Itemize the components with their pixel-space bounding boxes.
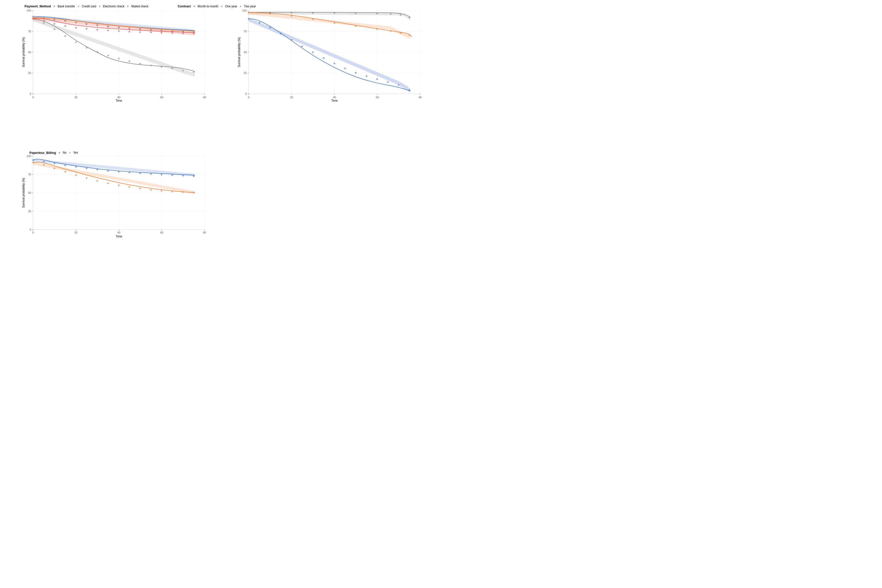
chart2-container: Survival probability (%) Time 0 25 50 75… [220, 8, 436, 150]
pm-mailed-icon: + [127, 4, 129, 8]
svg-text:50: 50 [28, 51, 31, 54]
chart1-y-label: Survival probability (%) [22, 37, 25, 68]
payment-method-legend: Payment_Method + Bank transfer + Credit … [24, 4, 148, 8]
chart1-area: Survival probability (%) Time 0 25 50 [24, 10, 213, 94]
svg-text:100: 100 [242, 9, 247, 12]
svg-text:20: 20 [75, 231, 77, 234]
c-one-label: One year [225, 4, 237, 8]
paperless-title: Paperless_Billing [29, 151, 56, 154]
chart2-svg: 0 25 50 75 100 0 20 40 60 80 [240, 10, 429, 94]
pm-bank-icon: + [53, 4, 56, 8]
svg-text:80: 80 [419, 96, 422, 99]
svg-text:75: 75 [28, 30, 31, 33]
pm-credit-label: Credit card [82, 4, 96, 8]
svg-text:50: 50 [244, 51, 247, 54]
svg-text:80: 80 [203, 231, 206, 234]
pm-credit-icon: + [78, 4, 80, 8]
svg-text:20: 20 [290, 96, 293, 99]
pm-electronic-icon: + [99, 4, 101, 8]
contract-legend: Contract + Month-to-month + One year + T… [178, 4, 256, 8]
svg-text:40: 40 [117, 231, 120, 234]
svg-text:0: 0 [30, 228, 31, 231]
pb-no-icon: + [58, 151, 60, 154]
contract-title: Contract [178, 4, 190, 8]
pb-no-label: No [63, 151, 66, 154]
chart3-x-label: Time [116, 235, 122, 238]
legend-row: Payment_Method + Bank transfer + Credit … [5, 3, 436, 8]
svg-text:0: 0 [248, 96, 249, 99]
c-monthly-label: Month-to-month [198, 4, 219, 8]
paperless-legend: Paperless_Billing + No + Yes [5, 151, 436, 154]
svg-text:100: 100 [27, 9, 31, 12]
pm-mailed-label: Mailed check [131, 4, 148, 8]
svg-text:50: 50 [28, 191, 31, 194]
chart3-container: Survival probability (%) Time 0 25 [5, 156, 220, 242]
svg-text:0: 0 [32, 96, 34, 99]
svg-text:25: 25 [244, 72, 247, 75]
svg-text:100: 100 [27, 154, 31, 158]
chart2-x-label: Time [331, 99, 338, 102]
chart1-x-label: Time [116, 99, 122, 102]
c-monthly-icon: + [193, 4, 195, 8]
page: Payment_Method + Bank transfer + Credit … [0, 0, 441, 294]
pb-yes-icon: + [69, 151, 71, 154]
svg-text:60: 60 [160, 231, 163, 234]
chart3-section: Paperless_Billing + No + Yes Survival pr… [5, 150, 436, 292]
svg-text:0: 0 [32, 231, 34, 234]
svg-text:75: 75 [28, 173, 31, 176]
svg-text:60: 60 [160, 96, 163, 99]
svg-text:20: 20 [75, 96, 77, 99]
svg-text:60: 60 [376, 96, 379, 99]
svg-text:0: 0 [30, 92, 31, 95]
pm-electronic-label: Electronic check [103, 4, 124, 8]
c-two-icon: + [240, 4, 242, 8]
svg-text:75: 75 [244, 30, 247, 33]
chart1-svg: 0 25 50 75 100 0 20 40 60 80 [24, 10, 213, 94]
pb-yes-label: Yes [73, 151, 78, 154]
svg-text:40: 40 [333, 96, 336, 99]
svg-text:25: 25 [28, 210, 31, 213]
c-one-icon: + [221, 4, 223, 8]
svg-text:40: 40 [117, 96, 120, 99]
payment-method-title: Payment_Method [24, 4, 51, 8]
svg-text:25: 25 [28, 72, 31, 75]
chart3-y-label: Survival probability (%) [22, 178, 25, 208]
chart1-container: Survival probability (%) Time 0 25 50 [5, 8, 220, 150]
c-two-label: Two year [244, 4, 256, 8]
svg-text:80: 80 [203, 96, 206, 99]
chart3-svg: 0 25 50 75 100 0 20 40 60 80 [24, 156, 213, 230]
chart2-area: Survival probability (%) Time 0 25 50 75… [240, 10, 429, 94]
chart3-area: Survival probability (%) Time 0 25 [24, 156, 213, 230]
chart2-y-label: Survival probability (%) [237, 37, 241, 68]
pm-bank-label: Bank transfer [58, 4, 75, 8]
svg-text:0: 0 [245, 92, 247, 95]
